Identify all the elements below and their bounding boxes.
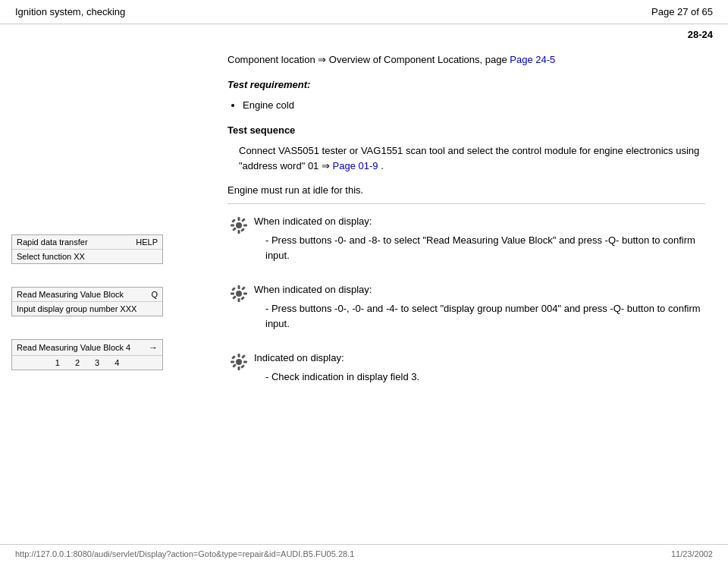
svg-rect-16 <box>232 295 237 300</box>
test-requirement-label: Test requirement: <box>228 79 705 90</box>
svg-rect-24 <box>240 364 245 369</box>
ui-box-q-label: Q <box>151 290 158 299</box>
when-content-2: When indicated on display: - Press butto… <box>254 284 705 337</box>
num-3: 3 <box>95 358 99 367</box>
test-sequence-label: Test sequence <box>228 124 705 136</box>
ui-box-row-1: Rapid data transfer HELP <box>12 235 162 250</box>
ui-box-block4-row: Read Measuring Value Block 4 → <box>12 340 162 356</box>
when-dash-2: - Press buttons -0-, -0- and -4- to sele… <box>265 301 705 331</box>
ui-box-arrow: → <box>149 342 158 353</box>
svg-rect-21 <box>231 361 234 363</box>
svg-rect-5 <box>231 219 236 223</box>
comp-loc-link[interactable]: Page 24-5 <box>510 54 555 65</box>
connect-instruction: Connect VAS5051 tester or VAG1551 scan t… <box>228 143 705 173</box>
when-content-1: When indicated on display: - Press butto… <box>254 215 705 269</box>
when-dash-3: - Check indication in display field 3. <box>265 370 705 385</box>
svg-rect-11 <box>238 298 240 302</box>
svg-rect-20 <box>238 366 240 370</box>
ui-box-block4: Read Measuring Value Block 4 → 1 2 3 4 <box>11 339 163 370</box>
ui-box-help-label: HELP <box>136 237 158 247</box>
svg-rect-8 <box>241 218 246 222</box>
svg-rect-26 <box>241 354 246 359</box>
svg-rect-15 <box>240 296 245 300</box>
engine-note: Engine must run at idle for this. <box>228 184 705 196</box>
page-number: 28-24 <box>0 24 728 45</box>
svg-rect-12 <box>231 293 234 295</box>
svg-rect-2 <box>238 230 240 234</box>
when-title-1: When indicated on display: <box>254 215 705 227</box>
ui-box-numbers: 1 2 3 4 <box>12 356 162 370</box>
num-1: 1 <box>55 358 60 367</box>
svg-rect-22 <box>243 361 247 363</box>
svg-point-18 <box>236 359 242 365</box>
svg-rect-25 <box>232 363 237 368</box>
test-requirement-list: Engine cold <box>243 98 705 114</box>
when-dash-text-3: Check indication in display field 3. <box>271 371 419 382</box>
ui-box-select-label: Select function XX <box>12 250 162 263</box>
content-area: Rapid data transfer HELP Select function… <box>0 45 728 414</box>
ui-box-rapid-label: Rapid data transfer <box>17 237 88 247</box>
when-title-2: When indicated on display: <box>254 284 705 295</box>
svg-rect-17 <box>241 286 246 291</box>
when-block-1: When indicated on display: - Press butto… <box>228 215 705 269</box>
header-title: Ignition system, checking <box>15 6 125 17</box>
footer: http://127.0.0.1:8080/audi/servlet/Displ… <box>0 544 728 563</box>
when-icon-3 <box>228 354 250 370</box>
gear-icon-1 <box>231 217 247 234</box>
svg-point-9 <box>236 291 242 297</box>
comp-loc-text2: Overview of Component Locations, page <box>326 54 510 65</box>
svg-rect-23 <box>231 355 236 360</box>
header: Ignition system, checking Page 27 of 65 <box>0 0 728 24</box>
gear-icon-3 <box>231 354 247 370</box>
when-block-3: Indicated on display: - Check indication… <box>228 352 705 391</box>
bullet-engine-cold: Engine cold <box>243 98 705 114</box>
when-icon-1 <box>228 217 250 234</box>
component-location: Component location ⇒ Overview of Compone… <box>228 52 705 68</box>
svg-rect-19 <box>238 354 240 357</box>
right-panel: Component location ⇒ Overview of Compone… <box>212 52 728 406</box>
svg-rect-6 <box>240 228 245 232</box>
svg-rect-13 <box>243 293 247 295</box>
when-dash-text-1: Press buttons -0- and -8- to select "Rea… <box>265 234 695 261</box>
svg-point-0 <box>236 222 242 228</box>
divider-1 <box>228 203 705 204</box>
when-title-3: Indicated on display: <box>254 352 705 363</box>
svg-rect-7 <box>232 227 237 231</box>
page-wrapper: Ignition system, checking Page 27 of 65 … <box>0 0 728 563</box>
svg-rect-3 <box>231 225 234 227</box>
main-content: 28-24 Rapid data transfer HELP Select fu… <box>0 24 728 544</box>
left-panel: Rapid data transfer HELP Select function… <box>0 52 212 406</box>
gear-icon-2 <box>231 285 247 302</box>
comp-loc-text1: Component location <box>228 54 318 65</box>
svg-rect-1 <box>238 217 240 221</box>
svg-rect-4 <box>243 225 247 227</box>
ui-box-read-measuring: Read Measuring Value Block Q Input displ… <box>11 287 163 316</box>
num-2: 2 <box>75 358 80 367</box>
ui-box-input-label: Input display group number XXX <box>12 302 162 316</box>
num-4: 4 <box>115 358 119 367</box>
page-01-9-link[interactable]: Page 01-9 <box>333 160 378 171</box>
connect-dash: Connect VAS5051 tester or VAG1551 scan t… <box>239 143 705 173</box>
svg-rect-10 <box>238 285 240 289</box>
ui-box-block4-label: Read Measuring Value Block 4 <box>17 343 130 352</box>
when-content-3: Indicated on display: - Check indication… <box>254 352 705 391</box>
ui-box-rapid-data: Rapid data transfer HELP Select function… <box>11 234 163 264</box>
header-page: Page 27 of 65 <box>651 6 713 17</box>
footer-date: 11/23/2002 <box>671 549 713 558</box>
when-dash-1: - Press buttons -0- and -8- to select "R… <box>265 233 705 263</box>
when-dash-text-2: Press buttons -0-, -0- and -4- to select… <box>265 303 701 329</box>
ui-box-read-label: Read Measuring Value Block <box>17 290 124 299</box>
ui-box-read-row-1: Read Measuring Value Block Q <box>12 288 162 302</box>
when-icon-2 <box>228 285 250 302</box>
connect-text: Connect VAS5051 tester or VAG1551 scan t… <box>239 145 699 171</box>
when-block-2: When indicated on display: - Press butto… <box>228 284 705 337</box>
footer-url: http://127.0.0.1:8080/audi/servlet/Displ… <box>15 549 354 558</box>
comp-loc-arrow: ⇒ <box>318 54 326 65</box>
svg-rect-14 <box>231 287 236 291</box>
